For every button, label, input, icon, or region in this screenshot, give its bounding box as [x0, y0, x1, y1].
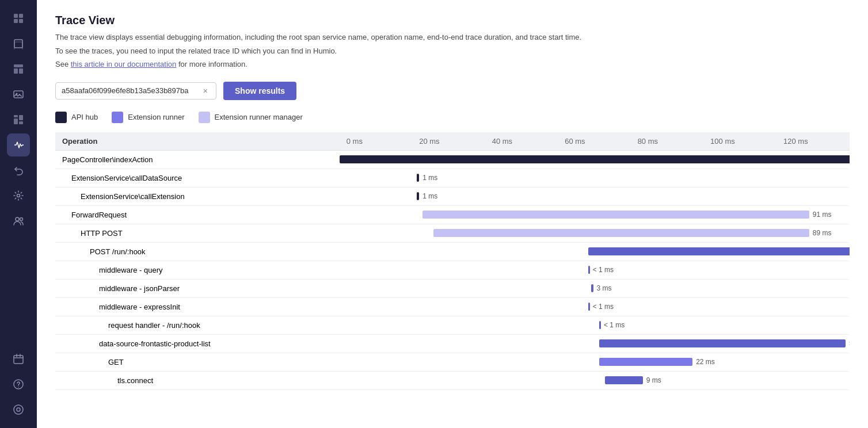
timeline-dot-inline-label: < 1 ms	[593, 303, 614, 311]
sidebar-item-home[interactable]	[7, 7, 30, 30]
table-row: data-source-frontastic-product-list58 ms	[55, 334, 850, 353]
table-row: middleware - query< 1 ms	[55, 261, 850, 279]
timeline-dot-inline	[588, 303, 590, 311]
sidebar-item-layers[interactable]	[7, 32, 30, 55]
timeline-dot-label: 1 ms	[422, 174, 437, 182]
svg-point-17	[20, 218, 23, 221]
timeline-cell: 22 ms	[340, 353, 850, 371]
th-40ms: 40 ms	[485, 132, 558, 151]
page-desc-2: To see the traces, you need to input the…	[55, 45, 850, 57]
legend-label-extension-runner: Extension runner	[128, 113, 184, 121]
svg-point-21	[14, 405, 23, 414]
timeline-dot-label: 3 ms	[597, 284, 612, 292]
timeline-bar-label: 22 ms	[696, 358, 715, 366]
svg-rect-0	[14, 14, 18, 18]
svg-rect-14	[19, 121, 23, 124]
timeline-cell: 3 ms	[340, 279, 850, 297]
timeline-cell: 9 ms	[340, 371, 850, 389]
timeline-bar	[599, 339, 846, 347]
svg-rect-5	[14, 42, 22, 49]
sidebar-item-layout[interactable]	[7, 58, 30, 81]
sidebar-item-calendar[interactable]	[7, 347, 30, 370]
timeline-bar	[605, 376, 643, 384]
operation-cell: tls.connect	[55, 371, 340, 389]
timeline-dot-inline-label: < 1 ms	[604, 321, 625, 329]
svg-point-22	[17, 408, 20, 411]
sidebar-item-dashboard[interactable]	[7, 108, 30, 131]
th-operation: Operation	[55, 132, 340, 151]
table-row: ForwardRequest91 ms	[55, 205, 850, 224]
th-100ms: 100 ms	[703, 132, 776, 151]
timeline-dot-label: 1 ms	[422, 192, 437, 200]
content-area: Trace View The trace view displays essen…	[37, 0, 868, 428]
timeline-bar-label: 58 ms	[849, 339, 850, 347]
table-row: request handler - /run/:hook< 1 ms	[55, 316, 850, 334]
timeline-dot	[591, 284, 593, 292]
table-row: tls.connect9 ms	[55, 371, 850, 389]
table-row: ExtensionService\callExtension1 ms	[55, 187, 850, 205]
docs-link[interactable]: this article in our documentation	[71, 60, 177, 68]
sidebar-item-trace[interactable]	[7, 133, 30, 156]
legend-color-extension-runner-manager	[199, 112, 210, 123]
table-row: HTTP POST89 ms	[55, 224, 850, 242]
timeline-bar	[433, 229, 809, 237]
sidebar-item-users[interactable]	[7, 209, 30, 232]
main-content: Trace View The trace view displays essen…	[37, 0, 868, 428]
timeline-cell: < 1 ms	[340, 297, 850, 316]
timeline-bar-label: 9 ms	[646, 376, 661, 384]
table-header-row: Operation 0 ms 20 ms 40 ms 60 ms 80 ms 1…	[55, 132, 850, 151]
timeline-cell: 63 ms	[340, 242, 850, 261]
svg-rect-18	[14, 356, 23, 364]
trace-table-wrapper: Operation 0 ms 20 ms 40 ms 60 ms 80 ms 1…	[55, 132, 850, 390]
sidebar-item-undo[interactable]	[7, 159, 30, 182]
sidebar-item-image[interactable]	[7, 83, 30, 106]
legend-item-extension-runner-manager: Extension runner manager	[199, 112, 303, 123]
svg-rect-1	[19, 14, 23, 18]
timeline-bar	[422, 211, 809, 219]
th-80ms: 80 ms	[631, 132, 703, 151]
sidebar	[0, 0, 37, 428]
svg-rect-12	[19, 115, 23, 120]
table-row: ExtensionService\callDataSource1 ms	[55, 169, 850, 187]
th-120ms: 120 ms	[776, 132, 850, 151]
sidebar-item-help[interactable]	[7, 373, 30, 396]
svg-point-20	[18, 387, 19, 388]
legend-color-extension-runner	[112, 112, 123, 123]
operation-cell: data-source-frontastic-product-list	[55, 334, 340, 353]
sidebar-item-activity[interactable]	[7, 398, 30, 421]
timeline-dot-inline-label: < 1 ms	[593, 266, 614, 274]
operation-cell: request handler - /run/:hook	[55, 316, 340, 334]
clear-input-button[interactable]: ×	[201, 86, 210, 95]
operation-cell: ExtensionService\callExtension	[55, 187, 340, 205]
svg-rect-7	[14, 68, 18, 74]
timeline-bar	[588, 247, 850, 255]
svg-rect-2	[14, 19, 18, 23]
svg-rect-6	[14, 64, 23, 67]
timeline-cell: 58 ms	[340, 334, 850, 353]
th-0ms: 0 ms	[340, 132, 412, 151]
operation-cell: middleware - expressInit	[55, 297, 340, 316]
table-row: PageController\indexAction130 ms	[55, 150, 850, 169]
th-20ms: 20 ms	[412, 132, 485, 151]
svg-rect-11	[14, 115, 18, 117]
timeline-dot	[417, 192, 419, 200]
timeline-cell: 1 ms	[340, 187, 850, 205]
table-row: middleware - expressInit< 1 ms	[55, 297, 850, 316]
th-60ms: 60 ms	[558, 132, 630, 151]
legend-label-extension-runner-manager: Extension runner manager	[215, 113, 303, 121]
trace-id-input[interactable]	[62, 86, 201, 95]
legend-item-api-hub: API hub	[55, 112, 98, 123]
operation-cell: ExtensionService\callDataSource	[55, 169, 340, 187]
svg-rect-3	[19, 19, 23, 23]
operation-cell: PageController\indexAction	[55, 150, 340, 169]
legend: API hub Extension runner Extension runne…	[55, 112, 850, 123]
operation-cell: POST /run/:hook	[55, 242, 340, 261]
timeline-cell: 89 ms	[340, 224, 850, 242]
sidebar-item-settings[interactable]	[7, 184, 30, 207]
svg-rect-13	[14, 119, 18, 124]
search-row: × Show results	[55, 82, 850, 100]
svg-rect-8	[19, 68, 23, 74]
timeline-cell: 1 ms	[340, 169, 850, 187]
show-results-button[interactable]: Show results	[223, 82, 296, 100]
operation-cell: HTTP POST	[55, 224, 340, 242]
